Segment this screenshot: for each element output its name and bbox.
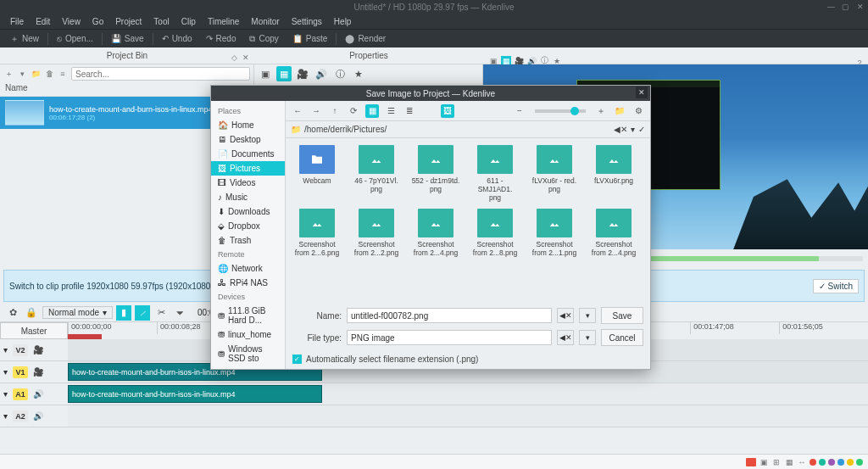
status-dot-yellow[interactable] xyxy=(847,459,854,466)
track-head-v1[interactable]: ▾ V1 🎥 xyxy=(0,361,68,383)
status-render-icon[interactable] xyxy=(746,458,756,466)
toolbar-redo[interactable]: ↷ Redo xyxy=(201,32,242,45)
file-image-item[interactable]: 611 - SMJ1AD1. png xyxy=(469,145,521,202)
nav-view-compact-icon[interactable]: ☰ xyxy=(384,104,398,118)
track-a2[interactable] xyxy=(68,405,868,427)
file-image-item[interactable]: fLVXu6r - red. png xyxy=(528,145,581,202)
track-a1[interactable]: how-to-create-mount-and-burn-isos-in-lin… xyxy=(68,383,868,405)
nav-up-icon[interactable]: ↑ xyxy=(328,104,342,118)
sidebar-device-2[interactable]: ⛃ linux_home xyxy=(211,327,285,342)
menu-monitor[interactable]: Monitor xyxy=(246,15,284,28)
save-button[interactable]: Save xyxy=(601,307,643,324)
toolbar-render[interactable]: ⬤ Render xyxy=(340,32,391,45)
timeline-master-tab[interactable]: Master xyxy=(0,322,68,339)
sidebar-trash[interactable]: 🗑 Trash xyxy=(211,233,285,248)
nav-forward-icon[interactable]: → xyxy=(309,104,323,118)
prop-tab-2-icon[interactable]: ▦ xyxy=(276,66,292,81)
auto-extension-checkbox[interactable]: ✓ Automatically select filename extensio… xyxy=(286,355,650,369)
prop-tab-info-icon[interactable]: ⓘ xyxy=(332,66,348,81)
path-accept-icon[interactable]: ✓ xyxy=(638,125,645,134)
prop-tab-audio-icon[interactable]: 🔊 xyxy=(314,66,329,81)
bin-search-input[interactable] xyxy=(71,67,250,81)
filename-dropdown-icon[interactable]: ▾ xyxy=(579,308,596,323)
nav-zoom-in-icon[interactable]: ＋ xyxy=(594,104,608,118)
toolbar-paste[interactable]: 📋 Paste xyxy=(287,32,333,45)
file-image-item[interactable]: 46 - 7pY01Vl. png xyxy=(350,145,403,202)
path-dropdown-icon[interactable]: ▾ xyxy=(631,125,635,134)
sidebar-dropbox[interactable]: ⬙ Dropbox xyxy=(211,219,285,233)
hint-switch-button[interactable]: ✓ Switch xyxy=(813,279,859,293)
sidebar-network[interactable]: 🌐 Network xyxy=(211,261,285,276)
file-image-item[interactable]: fLVXu6r.png xyxy=(587,145,640,202)
sidebar-home[interactable]: 🏠 Home xyxy=(211,118,285,132)
sidebar-music[interactable]: ♪ Music xyxy=(211,190,285,204)
bin-folder-icon[interactable]: 📁 xyxy=(31,69,41,79)
nav-zoom-out-icon[interactable]: − xyxy=(513,104,526,118)
tl-marker-icon[interactable]: ⏷ xyxy=(172,305,187,321)
prop-tab-star-icon[interactable]: ★ xyxy=(351,66,366,81)
nav-zoom-slider[interactable] xyxy=(535,109,586,113)
menu-edit[interactable]: Edit xyxy=(31,15,55,28)
track-head-a1[interactable]: ▾ A1 🔊 xyxy=(0,383,68,405)
bin-add-icon[interactable]: ＋ xyxy=(3,69,14,79)
status-fit-icon[interactable]: ↔ xyxy=(797,457,807,467)
sidebar-device-1[interactable]: ⛃ 111.8 GiB Hard D... xyxy=(211,304,285,327)
menu-go[interactable]: Go xyxy=(87,15,108,28)
status-zoom-icon[interactable]: ▣ xyxy=(759,457,769,467)
menu-tool[interactable]: Tool xyxy=(148,15,174,28)
menu-timeline[interactable]: Timeline xyxy=(203,15,244,28)
file-image-item[interactable]: Screenshot from 2...4.png xyxy=(587,209,640,257)
timeline-audio-clip[interactable]: how-to-create-mount-and-burn-isos-in-lin… xyxy=(68,385,322,403)
file-image-item[interactable]: Screenshot from 2...2.png xyxy=(350,209,403,257)
window-minimize-icon[interactable]: — xyxy=(826,3,836,12)
status-dot-purple[interactable] xyxy=(828,459,835,466)
nav-reload-icon[interactable]: ⟳ xyxy=(347,104,360,118)
file-image-item[interactable]: 552 - dz1m9td. png xyxy=(409,145,462,202)
filetype-dropdown-icon[interactable]: ▾ xyxy=(579,330,596,345)
menu-settings[interactable]: Settings xyxy=(287,15,327,28)
tl-config-icon[interactable]: ✿ xyxy=(5,305,20,321)
file-image-item[interactable]: Screenshot from 2...4.png xyxy=(409,209,462,257)
monitor-scrubber[interactable] xyxy=(618,256,863,261)
nav-view-details-icon[interactable]: ≣ xyxy=(403,104,416,118)
file-image-item[interactable]: Screenshot from 2...1.png xyxy=(528,209,581,257)
filetype-select[interactable]: PNG image xyxy=(347,330,552,345)
menu-view[interactable]: View xyxy=(57,15,86,28)
sidebar-downloads[interactable]: ⬇ Downloads xyxy=(211,204,285,219)
nav-newfolder-icon[interactable]: 📁 xyxy=(613,104,626,118)
sidebar-device-3[interactable]: ⛃ Windows SSD sto xyxy=(211,342,285,366)
tl-cut-icon[interactable]: ✂ xyxy=(153,305,169,321)
toolbar-save[interactable]: 💾 Save xyxy=(106,32,149,45)
menu-clip[interactable]: Clip xyxy=(176,15,201,28)
prop-tab-1-icon[interactable]: ▣ xyxy=(258,66,273,81)
sidebar-rpi4-nas[interactable]: 🖧 RPi4 NAS xyxy=(211,276,285,290)
track-head-a2[interactable]: ▾ A2 🔊 xyxy=(0,405,68,427)
bin-delete-icon[interactable]: 🗑 xyxy=(44,69,54,79)
sidebar-pictures[interactable]: 🖼 Pictures xyxy=(211,161,285,176)
filename-clear-icon[interactable]: ◀✕ xyxy=(557,308,574,323)
nav-preview-icon[interactable]: 🖼 xyxy=(441,104,454,118)
toolbar-copy[interactable]: ⧉ Copy xyxy=(244,32,283,46)
toolbar-undo[interactable]: ↶ Undo xyxy=(157,32,198,45)
tl-lock-icon[interactable]: 🔒 xyxy=(24,305,39,321)
tl-select-tool-icon[interactable]: ▮ xyxy=(116,305,131,321)
sidebar-desktop[interactable]: 🖥 Desktop xyxy=(211,132,285,147)
status-grid-icon[interactable]: ▦ xyxy=(784,457,794,467)
toolbar-new[interactable]: ＋ New xyxy=(5,31,44,47)
nav-view-icons-icon[interactable]: ▦ xyxy=(365,104,379,118)
sidebar-videos[interactable]: 🎞 Videos xyxy=(211,176,285,190)
filename-input[interactable]: untitled-f000782.png xyxy=(347,308,552,323)
cancel-button[interactable]: Cancel xyxy=(601,329,643,346)
status-snap-icon[interactable]: ⊞ xyxy=(771,457,782,467)
path-clear-icon[interactable]: ◀✕ xyxy=(614,125,627,134)
file-image-item[interactable]: Screenshot from 2...6.png xyxy=(291,209,343,257)
sidebar-documents[interactable]: 📄 Documents xyxy=(211,147,285,161)
dock-float-icon[interactable]: ◇ xyxy=(229,53,239,63)
toolbar-open[interactable]: ⎋ Open... xyxy=(52,32,98,45)
save-dialog-path[interactable]: 📁 /home/derrik/Pictures/ ◀✕ ▾ ✓ xyxy=(286,121,650,138)
status-dot-teal[interactable] xyxy=(819,459,826,466)
menu-file[interactable]: File xyxy=(5,15,29,28)
status-dot-red[interactable] xyxy=(810,459,816,466)
window-maximize-icon[interactable]: ▢ xyxy=(841,3,850,12)
file-folder-item[interactable]: Webcam xyxy=(291,145,343,202)
